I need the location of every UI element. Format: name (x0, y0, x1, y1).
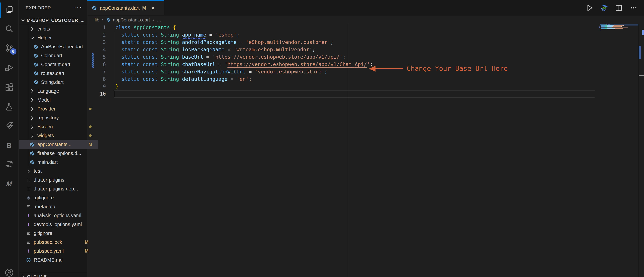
code-line-1[interactable]: class AppConstants { (116, 24, 176, 31)
tree-item-helper[interactable]: Helper (18, 33, 98, 42)
dart-file-icon (33, 71, 38, 76)
tree-item-label: routes.dart (41, 70, 64, 76)
tree-item-main-dart[interactable]: main.dart (18, 158, 98, 167)
flutter-view-button[interactable] (0, 118, 18, 134)
tree-item-readme-md[interactable]: README.md (18, 256, 94, 264)
tree-item-label: .flutter-plugins (34, 177, 64, 183)
breadcrumb-item-file[interactable]: appConstants.dart (106, 18, 150, 23)
explorer-more-actions-button[interactable]: ··· (74, 3, 82, 11)
tree-item-firebase-options-d-[interactable]: firebase_options.d... (18, 149, 98, 158)
tree-item-devtools-options-yaml[interactable]: !devtools_options.yaml (18, 220, 94, 229)
account-button[interactable] (0, 265, 18, 277)
extensions-view-button[interactable] (0, 80, 18, 96)
list-file-icon (26, 178, 31, 182)
tree-item--flutter-plugins[interactable]: .flutter-plugins (18, 176, 94, 184)
bloc-view-button[interactable]: B (0, 138, 18, 154)
minimap-line (600, 30, 600, 30)
split-editor-button[interactable] (615, 4, 623, 12)
search-icon (4, 24, 14, 34)
tree-item-label: String.dart (41, 80, 64, 85)
outline-section-header[interactable]: OUTLINE (18, 273, 87, 277)
minimap-line (600, 29, 615, 30)
tree-item-widgets[interactable]: widgets (18, 131, 98, 140)
diff-tool-view-button[interactable] (0, 156, 18, 172)
tree-item-apibasehelper-dart[interactable]: ApiBaseHelper.dart (18, 42, 102, 51)
warning-file-icon: ! (26, 213, 31, 218)
minimap[interactable] (595, 24, 638, 277)
tree-item--gitignore[interactable]: .gitignore (18, 193, 94, 202)
chevron-right-icon (30, 26, 35, 32)
code-line-9[interactable]: } (116, 83, 118, 90)
breadcrumb-item-lib[interactable]: lib (95, 18, 99, 23)
tree-item-string-dart[interactable]: String.dart (18, 78, 102, 87)
testing-view-button[interactable] (0, 99, 18, 115)
tree-item-test[interactable]: test (18, 167, 94, 176)
tree-item-label: test (34, 168, 42, 174)
code-line-7[interactable]: static const String shareNavigationWebUr… (116, 68, 327, 76)
m-extension-view-button[interactable]: M (0, 176, 18, 192)
beaker-icon (4, 102, 14, 112)
code-line-3[interactable]: static const String androidPackageName =… (116, 38, 334, 46)
run-button[interactable] (585, 4, 593, 12)
tree-item-language[interactable]: Language (18, 87, 98, 96)
diff-tool-button[interactable]: diff (600, 4, 608, 12)
warning-file-icon: ! (26, 222, 31, 227)
tree-item-constant-dart[interactable]: Constant.dart (18, 60, 102, 69)
tree-item--flutter-plugins-dep-[interactable]: .flutter-plugins-dep... (18, 184, 94, 193)
tree-item-label: firebase_options.d... (38, 150, 81, 156)
dart-file-icon (30, 142, 35, 147)
minimap-modified-indicator (599, 26, 600, 28)
files-icon (4, 5, 14, 15)
list-file-icon (26, 186, 31, 192)
list-file-icon (26, 231, 31, 236)
git-modified-badge: M (85, 248, 89, 254)
project-root-row[interactable]: M-ESHOP_CUSTOMER_... (18, 16, 87, 24)
tree-item-model[interactable]: Model (18, 96, 98, 104)
current-line-border (114, 97, 595, 98)
code-line-8[interactable]: static const String defaultLanguage = 'e… (116, 76, 252, 83)
overview-ruler[interactable] (638, 24, 644, 277)
tree-item-color-dart[interactable]: Color.dart (18, 51, 102, 60)
tree-item-pubspec-lock[interactable]: pubspec.lockM (18, 238, 94, 247)
tree-item-label: .gitignore (34, 195, 54, 200)
chevron-right-icon (30, 98, 35, 102)
tree-item-provider[interactable]: Provider (18, 104, 98, 113)
tree-item-label: Constant.dart (41, 62, 70, 67)
source-control-view-button[interactable]: 6 (0, 40, 18, 56)
tree-item-label: Model (38, 97, 51, 103)
more-actions-button[interactable] (630, 4, 638, 12)
tab-appconstants[interactable]: appConstants.dart M ✕ (88, 0, 164, 16)
code-line-2[interactable]: static const String app_name = 'eshop'; (116, 31, 240, 38)
tree-item-label: main.dart (38, 160, 58, 165)
tree-item-label: cubits (38, 26, 50, 32)
chevron-right-icon (30, 133, 35, 138)
code-editor[interactable]: Change Your Base Url Here 1class AppCons… (88, 24, 644, 277)
tree-item-cubits[interactable]: cubits (18, 24, 98, 33)
tree-item-gitignore[interactable]: gitignore (18, 229, 94, 238)
tree-item-label: README.md (34, 257, 62, 263)
code-line-4[interactable]: static const String iosPackageName = 'wr… (116, 46, 315, 53)
tree-item-screen[interactable]: Screen (18, 122, 98, 131)
explorer-sidebar: EXPLORER ··· M-ESHOP_CUSTOMER_... cubits… (18, 0, 88, 277)
code-line-6[interactable]: static const String chatBaseUrl = 'https… (116, 61, 373, 68)
tree-item-analysis-options-yaml[interactable]: !analysis_options.yaml (18, 211, 94, 220)
tree-item-routes-dart[interactable]: routes.dart (18, 69, 102, 78)
breadcrumb-item-symbol[interactable]: … (157, 18, 161, 23)
run-debug-view-button[interactable] (0, 60, 18, 76)
tree-item--metadata[interactable]: .metadata (18, 202, 94, 211)
tree-item-label: appConstants... (38, 142, 72, 147)
explorer-view-button[interactable] (0, 2, 18, 18)
close-icon[interactable]: ✕ (150, 5, 155, 11)
chevron-down-icon (30, 36, 35, 40)
search-view-button[interactable] (0, 21, 18, 38)
tree-item-appconstants-[interactable]: appConstants...M (18, 140, 98, 149)
tree-item-repository[interactable]: repository (18, 113, 98, 122)
m-extension-icon: M (6, 180, 12, 188)
code-line-5[interactable]: static const String baseUrl = 'https://v… (116, 53, 346, 61)
breadcrumb: lib › appConstants.dart › … (88, 16, 644, 24)
activity-bar: 6 B M (0, 0, 18, 277)
dart-file-icon (30, 160, 35, 165)
tab-bar: appConstants.dart M ✕ diff (88, 0, 644, 16)
tree-item-pubspec-yaml[interactable]: !pubspec.yamlM (18, 247, 94, 256)
git-file-icon (26, 195, 31, 200)
